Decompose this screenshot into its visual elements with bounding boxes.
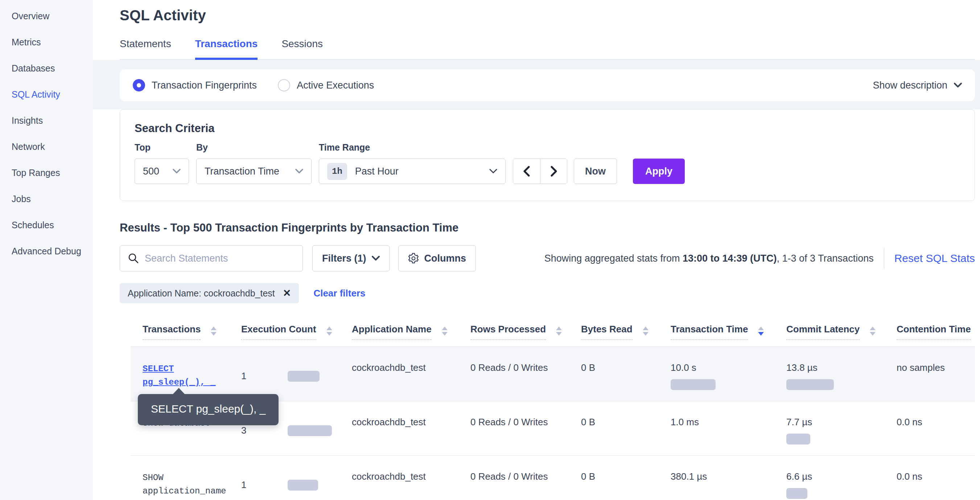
radio-selected-icon[interactable] bbox=[133, 79, 145, 91]
aggregated-stats-area: Showing aggregated stats from 13:00 to 1… bbox=[544, 248, 975, 269]
table-row[interactable]: SELECT pg_sleep(_), _ 1 cockroachdb_test… bbox=[130, 347, 975, 401]
column-label[interactable]: Bytes Read bbox=[581, 324, 633, 340]
column-label[interactable]: Rows Processed bbox=[471, 324, 546, 340]
by-label: By bbox=[196, 142, 312, 153]
contention-time-value: 0.0 ns bbox=[897, 401, 975, 455]
view-mode-card: Transaction Fingerprints Active Executio… bbox=[120, 69, 975, 101]
sidebar-item-network[interactable]: Network bbox=[0, 134, 93, 160]
search-icon bbox=[128, 253, 139, 264]
sidebar-item-metrics[interactable]: Metrics bbox=[0, 29, 93, 55]
reset-sql-stats-link[interactable]: Reset SQL Stats bbox=[894, 252, 975, 264]
close-icon[interactable]: ✕ bbox=[283, 288, 291, 298]
sort-icon-active-desc[interactable] bbox=[758, 324, 764, 336]
sidebar-item-sql-activity[interactable]: SQL Activity bbox=[0, 81, 93, 107]
column-header-execution-count[interactable]: Execution Count bbox=[241, 324, 352, 340]
sort-icon[interactable] bbox=[870, 324, 875, 336]
statement-tooltip: SELECT pg_sleep(_), _ bbox=[138, 394, 278, 425]
chevron-down-icon bbox=[489, 169, 497, 174]
commit-latency-value: 7.7 µs bbox=[786, 417, 812, 427]
next-range-button[interactable] bbox=[540, 159, 567, 183]
execution-count-value: 1 bbox=[241, 479, 288, 490]
prev-range-button[interactable] bbox=[513, 159, 540, 183]
bytes-read-value: 0 B bbox=[581, 456, 671, 500]
search-statements-box bbox=[120, 245, 303, 271]
view-mode-section: Transaction Fingerprints Active Executio… bbox=[93, 60, 980, 109]
sidebar-item-insights[interactable]: Insights bbox=[0, 107, 93, 134]
gear-icon bbox=[408, 253, 419, 264]
sort-icon[interactable] bbox=[211, 324, 216, 336]
column-header-rows-processed[interactable]: Rows Processed bbox=[471, 324, 581, 340]
sidebar-item-top-ranges[interactable]: Top Ranges bbox=[0, 160, 93, 186]
radio-active-executions[interactable]: Active Executions bbox=[278, 79, 374, 91]
column-header-commit-latency[interactable]: Commit Latency bbox=[786, 324, 897, 340]
time-range-select[interactable]: 1h Past Hour bbox=[319, 159, 506, 184]
commit-latency-value: 6.6 µs bbox=[786, 471, 812, 482]
radio-transaction-fingerprints[interactable]: Transaction Fingerprints bbox=[133, 79, 257, 91]
contention-time-value: no samples bbox=[897, 347, 975, 401]
search-criteria-title: Search Criteria bbox=[135, 122, 960, 135]
column-header-application-name[interactable]: Application Name bbox=[352, 324, 471, 340]
apply-button[interactable]: Apply bbox=[633, 159, 685, 184]
tab-statements[interactable]: Statements bbox=[120, 38, 171, 60]
view-mode-radio-group: Transaction Fingerprints Active Executio… bbox=[133, 79, 374, 91]
transaction-fingerprint-link[interactable]: SELECT pg_sleep(_), _ bbox=[143, 362, 241, 389]
columns-button[interactable]: Columns bbox=[398, 245, 476, 271]
column-label[interactable]: Commit Latency bbox=[786, 324, 859, 340]
sidebar-item-advanced-debug[interactable]: Advanced Debug bbox=[0, 238, 93, 264]
bytes-read-value: 0 B bbox=[581, 347, 671, 401]
by-field: By Transaction Time bbox=[196, 142, 312, 184]
column-header-contention-time[interactable]: Contention Time bbox=[897, 324, 975, 340]
column-label[interactable]: Contention Time bbox=[897, 324, 971, 340]
by-select-value: Transaction Time bbox=[205, 166, 279, 177]
columns-button-label: Columns bbox=[424, 253, 466, 264]
main-content: SQL Activity Statements Transactions Ses… bbox=[93, 0, 980, 500]
aggregated-stats-text: Showing aggregated stats from 13:00 to 1… bbox=[544, 253, 874, 264]
sidebar-item-jobs[interactable]: Jobs bbox=[0, 186, 93, 212]
chevron-down-icon bbox=[295, 169, 303, 174]
radio-unselected-icon[interactable] bbox=[278, 79, 290, 91]
vertical-divider bbox=[884, 248, 884, 269]
sort-icon[interactable] bbox=[442, 324, 447, 336]
sort-icon[interactable] bbox=[326, 324, 332, 336]
top-select-value: 500 bbox=[143, 166, 159, 177]
filter-chip-label: Application Name: cockroachdb_test bbox=[128, 288, 275, 299]
sort-icon[interactable] bbox=[556, 324, 562, 336]
clear-filters-link[interactable]: Clear filters bbox=[313, 288, 365, 299]
top-select[interactable]: 500 bbox=[135, 159, 189, 184]
now-button[interactable]: Now bbox=[574, 159, 617, 184]
transaction-fingerprint-text[interactable]: SHOW application_name bbox=[143, 471, 241, 498]
execution-count-bar bbox=[288, 425, 332, 436]
transaction-time-bar bbox=[671, 379, 716, 390]
execution-count-value: 1 bbox=[241, 371, 288, 382]
filters-button-label: Filters (1) bbox=[322, 253, 366, 264]
sidebar-item-databases[interactable]: Databases bbox=[0, 55, 93, 81]
column-header-transaction-time[interactable]: Transaction Time bbox=[671, 324, 786, 340]
filters-button[interactable]: Filters (1) bbox=[312, 245, 390, 271]
filter-chip-application-name[interactable]: Application Name: cockroachdb_test ✕ bbox=[120, 283, 299, 303]
sidebar-item-schedules[interactable]: Schedules bbox=[0, 212, 93, 238]
column-header-transactions[interactable]: Transactions bbox=[130, 324, 241, 340]
show-description-toggle[interactable]: Show description bbox=[873, 80, 962, 91]
column-label[interactable]: Execution Count bbox=[241, 324, 316, 340]
tab-sessions[interactable]: Sessions bbox=[282, 38, 323, 60]
table-row[interactable]: SHOW application_name 1 cockroachdb_test… bbox=[130, 456, 975, 500]
page-title: SQL Activity bbox=[120, 7, 975, 24]
by-select[interactable]: Transaction Time bbox=[196, 159, 312, 184]
rows-processed-value: 0 Reads / 0 Writes bbox=[471, 347, 581, 401]
radio-label: Active Executions bbox=[297, 80, 374, 91]
sort-icon[interactable] bbox=[643, 324, 649, 336]
tab-transactions[interactable]: Transactions bbox=[195, 38, 258, 60]
column-label[interactable]: Transaction Time bbox=[671, 324, 748, 340]
search-criteria-controls: Top 500 By Transaction Time Time Range bbox=[135, 142, 960, 184]
transaction-time-value: 10.0 s bbox=[671, 362, 696, 373]
stats-time-range: 13:00 to 14:39 (UTC) bbox=[682, 253, 777, 264]
radio-label: Transaction Fingerprints bbox=[152, 80, 257, 91]
column-label[interactable]: Transactions bbox=[143, 324, 200, 340]
rows-processed-value: 0 Reads / 0 Writes bbox=[471, 401, 581, 455]
app-window: Overview Metrics Databases SQL Activity … bbox=[0, 0, 980, 500]
column-header-bytes-read[interactable]: Bytes Read bbox=[581, 324, 671, 340]
sidebar-item-overview[interactable]: Overview bbox=[0, 3, 93, 29]
column-label[interactable]: Application Name bbox=[352, 324, 432, 340]
search-statements-input[interactable] bbox=[145, 253, 294, 264]
transaction-time-value: 1.0 ms bbox=[671, 417, 699, 427]
